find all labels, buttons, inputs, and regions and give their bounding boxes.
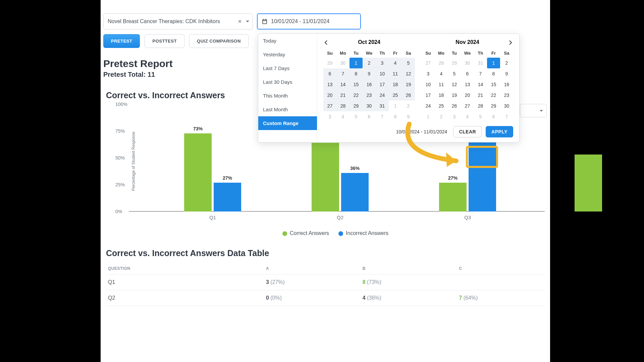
calendar-day[interactable]: 6 bbox=[323, 68, 336, 79]
calendar-day[interactable]: 30 bbox=[363, 101, 376, 111]
calendar-day[interactable]: 3 bbox=[422, 68, 435, 79]
calendar-day[interactable]: 2 bbox=[435, 111, 448, 122]
next-month-button[interactable] bbox=[506, 39, 515, 47]
calendar-day[interactable]: 6 bbox=[363, 111, 376, 122]
calendar-day[interactable]: 13 bbox=[461, 79, 474, 90]
prev-month-button[interactable] bbox=[322, 39, 330, 47]
calendar-day[interactable]: 27 bbox=[323, 101, 336, 111]
calendar-day[interactable]: 29 bbox=[487, 101, 500, 111]
calendar-day[interactable]: 22 bbox=[487, 90, 500, 101]
date-range-input[interactable]: 10/01/2024 - 11/01/2024 bbox=[257, 13, 361, 29]
calendar-day[interactable]: 29 bbox=[323, 58, 336, 68]
calendar-day[interactable]: 7 bbox=[376, 111, 389, 122]
calendar-day[interactable]: 7 bbox=[474, 68, 487, 79]
calendar-day[interactable]: 3 bbox=[448, 111, 461, 122]
calendar-day[interactable]: 15 bbox=[350, 79, 363, 90]
tab-quiz-comparison[interactable]: QUIZ COMPARISON bbox=[189, 34, 249, 48]
calendar-day[interactable]: 31 bbox=[474, 58, 487, 68]
close-icon[interactable]: ✕ bbox=[238, 19, 242, 24]
calendar-day[interactable]: 24 bbox=[422, 101, 435, 111]
calendar-day[interactable]: 23 bbox=[500, 90, 513, 101]
calendar-day[interactable]: 21 bbox=[474, 90, 487, 101]
calendar-day[interactable]: 5 bbox=[448, 68, 461, 79]
calendar-day[interactable]: 13 bbox=[323, 79, 336, 90]
calendar-day[interactable]: 30 bbox=[500, 101, 513, 111]
calendar-day[interactable]: 4 bbox=[461, 111, 474, 122]
calendar-day[interactable]: 21 bbox=[336, 90, 350, 101]
calendar-day[interactable]: 1 bbox=[350, 58, 363, 68]
calendar-day[interactable]: 25 bbox=[389, 90, 402, 101]
calendar-day[interactable]: 6 bbox=[461, 68, 474, 79]
tab-pretest[interactable]: PRETEST bbox=[103, 34, 140, 48]
calendar-day[interactable]: 22 bbox=[350, 90, 363, 101]
calendar-day[interactable]: 3 bbox=[323, 111, 336, 122]
calendar-day[interactable]: 26 bbox=[448, 101, 461, 111]
calendar-day[interactable]: 1 bbox=[487, 58, 500, 68]
calendar-day[interactable]: 11 bbox=[389, 68, 402, 79]
calendar-day[interactable]: 17 bbox=[376, 79, 389, 90]
course-select[interactable]: Novel Breast Cancer Therapies: CDK Inhib… bbox=[103, 13, 253, 29]
preset-custom-range[interactable]: Custom Range bbox=[258, 116, 317, 130]
calendar-day[interactable]: 11 bbox=[435, 79, 448, 90]
apply-button[interactable]: APPLY bbox=[486, 126, 513, 137]
calendar-day[interactable]: 14 bbox=[474, 79, 487, 90]
calendar-day[interactable]: 23 bbox=[363, 90, 376, 101]
calendar-day[interactable]: 7 bbox=[500, 111, 513, 122]
calendar-day[interactable]: 20 bbox=[461, 90, 474, 101]
calendar-day[interactable]: 10 bbox=[422, 79, 435, 90]
calendar-day[interactable]: 19 bbox=[448, 90, 461, 101]
preset-yesterday[interactable]: Yesterday bbox=[258, 48, 317, 61]
calendar-day[interactable]: 2 bbox=[363, 58, 376, 68]
calendar-day[interactable]: 16 bbox=[500, 79, 513, 90]
calendar-day[interactable]: 29 bbox=[350, 101, 363, 111]
calendar-day[interactable]: 5 bbox=[402, 58, 415, 68]
preset-this-month[interactable]: This Month bbox=[258, 89, 317, 103]
calendar-day[interactable]: 28 bbox=[474, 101, 487, 111]
calendar-day[interactable]: 27 bbox=[461, 101, 474, 111]
calendar-day[interactable]: 12 bbox=[448, 79, 461, 90]
calendar-day[interactable]: 28 bbox=[336, 101, 350, 111]
preset-last-7-days[interactable]: Last 7 Days bbox=[258, 61, 317, 75]
calendar-day[interactable]: 5 bbox=[474, 111, 487, 122]
calendar-day[interactable]: 4 bbox=[389, 58, 402, 68]
calendar-day[interactable]: 30 bbox=[461, 58, 474, 68]
calendar-day[interactable]: 8 bbox=[350, 68, 363, 79]
calendar-day[interactable]: 4 bbox=[435, 68, 448, 79]
calendar-day[interactable]: 30 bbox=[336, 58, 350, 68]
calendar-day[interactable]: 25 bbox=[435, 101, 448, 111]
calendar-day[interactable]: 31 bbox=[376, 101, 389, 111]
calendar-day[interactable]: 14 bbox=[336, 79, 350, 90]
calendar-day[interactable]: 17 bbox=[422, 90, 435, 101]
calendar-day[interactable]: 3 bbox=[376, 58, 389, 68]
calendar-day[interactable]: 12 bbox=[402, 68, 415, 79]
calendar-day[interactable]: 20 bbox=[323, 90, 336, 101]
calendar-day[interactable]: 1 bbox=[389, 101, 402, 111]
clear-button[interactable]: CLEAR bbox=[453, 126, 482, 137]
preset-today[interactable]: Today bbox=[258, 34, 317, 48]
calendar-day[interactable]: 10 bbox=[376, 68, 389, 79]
calendar-day[interactable]: 8 bbox=[487, 68, 500, 79]
calendar-day[interactable]: 27 bbox=[422, 58, 435, 68]
calendar-day[interactable]: 18 bbox=[389, 79, 402, 90]
calendar-day[interactable]: 4 bbox=[336, 111, 350, 122]
calendar-day[interactable]: 29 bbox=[448, 58, 461, 68]
calendar-day[interactable]: 1 bbox=[422, 111, 435, 122]
calendar-day[interactable]: 9 bbox=[363, 68, 376, 79]
calendar-day[interactable]: 26 bbox=[402, 90, 415, 101]
preset-last-30-days[interactable]: Last 30 Days bbox=[258, 75, 317, 89]
calendar-day[interactable]: 9 bbox=[402, 111, 415, 122]
preset-last-month[interactable]: Last Month bbox=[258, 103, 317, 116]
calendar-day[interactable]: 5 bbox=[350, 111, 363, 122]
calendar-day[interactable]: 8 bbox=[389, 111, 402, 122]
calendar-day[interactable]: 2 bbox=[500, 58, 513, 68]
calendar-day[interactable]: 19 bbox=[402, 79, 415, 90]
calendar-day[interactable]: 18 bbox=[435, 90, 448, 101]
calendar-day[interactable]: 7 bbox=[336, 68, 350, 79]
calendar-day[interactable]: 16 bbox=[363, 79, 376, 90]
calendar-day[interactable]: 9 bbox=[500, 68, 513, 79]
calendar-day[interactable]: 28 bbox=[435, 58, 448, 68]
calendar-day[interactable]: 15 bbox=[487, 79, 500, 90]
calendar-day[interactable]: 6 bbox=[487, 111, 500, 122]
calendar-day[interactable]: 24 bbox=[376, 90, 389, 101]
tab-posttest[interactable]: POSTTEST bbox=[145, 34, 184, 48]
